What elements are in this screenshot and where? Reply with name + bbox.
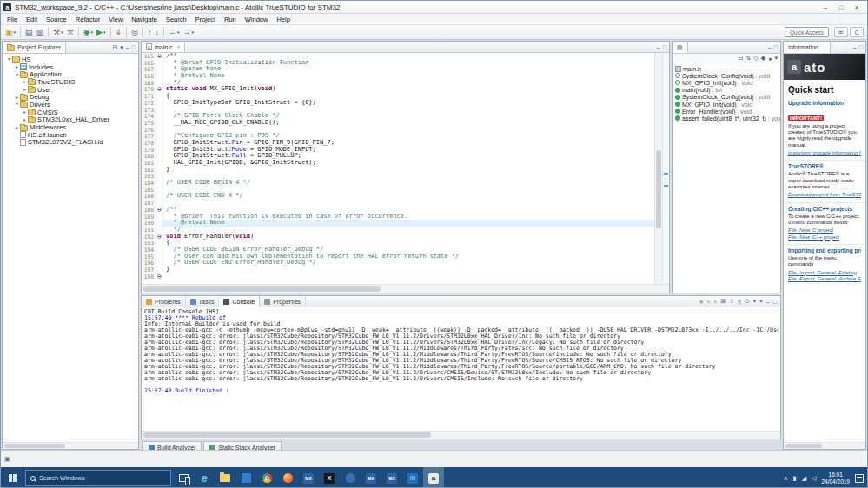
tree-item-truestudio[interactable]: ▸TrueSTUDIO <box>3 78 138 86</box>
menu-search[interactable]: Search <box>162 16 191 23</box>
flash-download-button[interactable]: ⇓ <box>114 26 124 38</box>
cpp-perspective-icon[interactable]: C <box>850 27 864 37</box>
remove-all-launches-icon[interactable]: × <box>713 299 717 305</box>
blue-round-app[interactable] <box>340 467 361 488</box>
volume-icon[interactable]: ◁ <box>812 475 816 481</box>
twistie-icon[interactable]: ▸ <box>22 109 28 115</box>
info-horizontal-scrollbar[interactable] <box>784 442 865 449</box>
tree-item-application[interactable]: ▾Application <box>3 70 138 78</box>
code-text[interactable]: GPIO_InitStruct.Pull = GPIO_PULLUP; <box>163 153 654 160</box>
code-text[interactable]: void Error_Handler(void) <box>163 234 654 241</box>
collapse-icon[interactable] <box>157 274 162 279</box>
tab-problems[interactable]: Problems <box>142 296 186 307</box>
code-text[interactable]: /*Configure GPIO pin : PB9 */ <box>163 133 654 140</box>
scrollbar-thumb[interactable] <box>143 432 431 438</box>
section-link[interactable]: File, Export, General, Archive File <box>788 276 861 283</box>
debug-button[interactable]: ◉▾ <box>82 26 95 38</box>
code-text[interactable]: /* User can add his own implementation t… <box>163 254 654 260</box>
code-text[interactable]: /* USER CODE END Error_Handler_Debug */ <box>163 260 654 267</box>
code-text[interactable]: * @retval None <box>163 220 654 227</box>
section-heading[interactable]: Creating C/C++ projects <box>788 206 861 212</box>
editor-horizontal-scrollbar[interactable] <box>142 284 669 293</box>
tree-item-hs-elf-launch[interactable]: HS.elf.launch <box>3 131 138 139</box>
code-text[interactable]: /** <box>163 207 654 214</box>
minimize-view-icon[interactable]: – <box>766 299 770 305</box>
maximize-view-icon[interactable]: □ <box>859 44 863 50</box>
maximize-view-icon[interactable]: □ <box>774 44 778 50</box>
minimize-view-icon[interactable]: – <box>853 44 857 50</box>
editor-vertical-scrollbar[interactable] <box>654 53 662 284</box>
menu-refactor[interactable]: Refactor <box>71 16 104 23</box>
collapse-icon[interactable] <box>157 87 162 91</box>
tree-item-user[interactable]: ▸User <box>3 86 138 94</box>
remove-launch-icon[interactable]: × <box>706 299 710 305</box>
blue-tile-app[interactable] <box>235 467 256 488</box>
code-text[interactable]: __HAL_RCC_GPIOB_CLK_ENABLE(); <box>163 120 654 127</box>
maximize-button[interactable]: □ <box>833 2 849 13</box>
run-button[interactable]: ▶▾ <box>95 26 107 38</box>
maximize-view-icon[interactable]: □ <box>132 44 136 50</box>
outline-item[interactable]: main(void) : int <box>673 87 780 94</box>
tab-main-c[interactable]: c main.c × <box>142 42 185 52</box>
fold-gutter[interactable] <box>156 207 163 214</box>
tab-project-explorer[interactable]: Project Explorer <box>3 42 66 53</box>
maximize-view-icon[interactable]: □ <box>773 299 777 305</box>
sort-icon[interactable]: ⇅ <box>746 55 752 62</box>
code-text[interactable]: } <box>163 267 654 274</box>
fold-gutter[interactable] <box>156 274 163 280</box>
twistie-icon[interactable]: ▸ <box>22 87 28 92</box>
section-link[interactable]: File, Import, General, Existing <box>788 270 861 277</box>
minimize-view-icon[interactable]: – <box>126 44 129 50</box>
collapse-all-icon[interactable]: ⊟ <box>112 44 117 50</box>
next-annotation-button[interactable]: ↓ <box>153 26 161 38</box>
close-button[interactable]: × <box>849 2 865 13</box>
code-text[interactable]: * @retval None <box>163 73 654 80</box>
code-text[interactable]: { <box>163 93 654 100</box>
section-heading[interactable]: Upgrade information <box>788 100 861 106</box>
collapse-icon[interactable] <box>157 54 162 58</box>
code-text[interactable]: GPIO_InitTypeDef GPIO_InitStruct = {0}; <box>163 100 654 107</box>
tree-item-stm32l0xx-hal-driver[interactable]: ▸STM32L0xx_HAL_Driver <box>3 116 138 124</box>
twistie-icon[interactable]: ▾ <box>14 72 20 77</box>
scrollbar-thumb[interactable] <box>785 444 822 448</box>
back-button[interactable]: ←▾ <box>167 26 182 38</box>
search-button[interactable]: ◎ <box>129 26 140 38</box>
outline-item[interactable]: assert_failed(uint8_t*, uint32_t) : void <box>673 115 780 122</box>
hide-non-public-icon[interactable]: ● <box>768 56 772 62</box>
code-text[interactable]: */ <box>163 227 654 234</box>
truestudio-tool[interactable]: X <box>319 467 340 488</box>
tree-item-drivers[interactable]: ▾Drivers <box>3 101 138 109</box>
outline-item[interactable]: MX_GPIO_Init(void) : void <box>673 101 780 108</box>
code-text[interactable]: * @brief This function is executed in ca… <box>163 214 654 221</box>
stm32cubemx-3[interactable]: MX <box>381 467 402 488</box>
code-editor[interactable]: 165/**166 * @brief GPIO Initialization F… <box>142 53 669 284</box>
twistie-icon[interactable]: ▸ <box>22 79 28 84</box>
file-explorer[interactable] <box>215 467 235 488</box>
outline-item[interactable]: MX_GPIO_Init(void) : void <box>673 79 780 86</box>
menu-window[interactable]: Window <box>241 16 273 23</box>
code-text[interactable]: { <box>163 240 654 247</box>
tree-item-stm32l073vz-flash-ld[interactable]: STM32L073VZ_FLASH.ld <box>3 139 138 147</box>
word-wrap-icon[interactable]: ¶ <box>738 299 741 305</box>
code-text[interactable] <box>163 173 654 180</box>
tab-console[interactable]: Console <box>219 296 260 307</box>
section-link[interactable]: Download project from TrueSTOR <box>788 192 861 199</box>
tab-properties[interactable]: Properties <box>260 296 306 307</box>
twistie-icon[interactable]: ▾ <box>14 102 20 107</box>
scrollbar-thumb[interactable] <box>143 286 381 292</box>
code-text[interactable]: /* USER CODE BEGIN Error_Handler_Debug *… <box>163 247 654 254</box>
view-menu-icon[interactable]: ▾ <box>120 44 123 50</box>
hidden-icons-chevron[interactable]: ∧ <box>784 475 788 481</box>
menu-navigate[interactable]: Navigate <box>127 16 162 23</box>
battery-icon[interactable]: ▮ <box>793 475 797 481</box>
forward-button[interactable]: →▾ <box>181 26 195 38</box>
view-menu-icon[interactable]: ▾ <box>774 55 778 62</box>
pin-console-icon[interactable]: ⊙ <box>745 298 750 305</box>
firefox-browser[interactable] <box>277 467 298 488</box>
fold-gutter[interactable] <box>156 86 163 93</box>
code-text[interactable]: * @brief GPIO Initialization Function <box>163 60 654 67</box>
network-icon[interactable]: ◢ <box>802 475 806 481</box>
collapse-all-icon[interactable]: ⊟ <box>739 55 744 62</box>
twistie-icon[interactable]: ▸ <box>14 125 20 130</box>
hide-fields-icon[interactable]: ◇ <box>753 55 758 62</box>
